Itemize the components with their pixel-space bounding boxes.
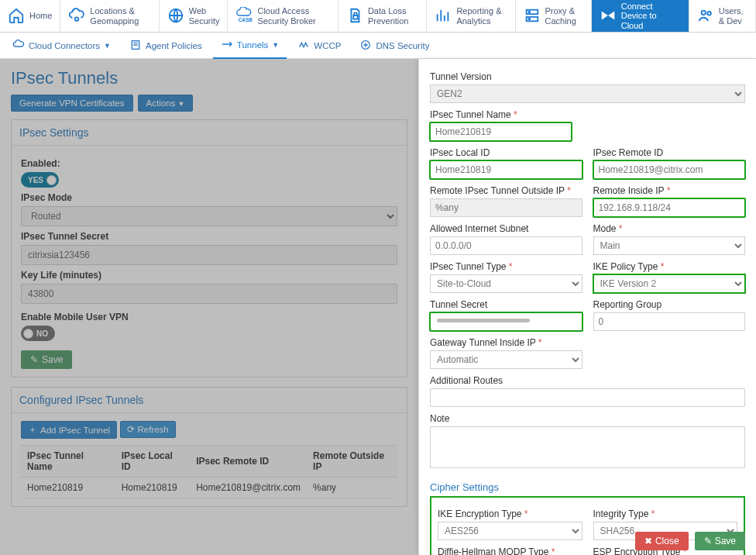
- ipsec-secret-input[interactable]: [21, 245, 397, 265]
- page-action-row: Generate VPN Certificates Actions ▼: [11, 95, 407, 112]
- svg-text:CASB: CASB: [239, 17, 253, 22]
- save-icon: ✎: [704, 536, 712, 546]
- add-tunnel-button[interactable]: ＋Add IPsec Tunnel: [21, 421, 117, 439]
- tunnel-name-input[interactable]: [430, 122, 572, 141]
- chart-icon: [435, 7, 452, 26]
- allowed-subnet-input[interactable]: [430, 236, 582, 255]
- remote-id-input[interactable]: [593, 160, 746, 179]
- ipsec-mode-label: IPsec Mode: [21, 192, 397, 203]
- svg-point-0: [75, 17, 79, 21]
- nav-dlp[interactable]: Data Loss Prevention: [338, 0, 428, 32]
- gw-inside-label: Gateway Tunnel Inside IP: [430, 337, 582, 348]
- enabled-label: Enabled:: [21, 158, 397, 169]
- nav-casb[interactable]: CASB Cloud Access Security Broker: [228, 0, 338, 32]
- actions-button[interactable]: Actions ▼: [138, 95, 194, 112]
- local-id-input[interactable]: [430, 160, 582, 179]
- caret-icon: ▼: [272, 41, 279, 49]
- document-lock-icon: [346, 7, 363, 26]
- cloud-pin-icon: [68, 7, 85, 26]
- mobile-vpn-toggle[interactable]: NO: [21, 326, 55, 341]
- tunnel-version-select[interactable]: GEN2: [430, 84, 745, 103]
- nav-dlp-label: Data Loss Prevention: [368, 6, 419, 25]
- nav-locations[interactable]: Locations & Geomapping: [60, 0, 159, 32]
- users-icon: [697, 7, 714, 26]
- save-form-button[interactable]: ✎Save: [695, 532, 745, 550]
- main-area: IPsec Tunnels Generate VPN Certificates …: [0, 59, 756, 555]
- wccp-icon: [297, 39, 310, 53]
- ike-policy-label: IKE Policy Type: [593, 261, 746, 272]
- ike-enc-label: IKE Encryption Type: [438, 508, 582, 519]
- page-title: IPsec Tunnels: [11, 68, 407, 88]
- cloud-connector-icon: [12, 39, 25, 53]
- nav-home[interactable]: Home: [0, 0, 60, 32]
- connect-icon: [600, 7, 617, 26]
- caret-icon: ▼: [177, 100, 184, 108]
- nav-reporting[interactable]: Reporting & Analytics: [427, 0, 515, 32]
- server-icon: [524, 7, 541, 26]
- subnav-wccp[interactable]: WCCP: [290, 33, 349, 59]
- mode-select[interactable]: Main: [593, 236, 746, 255]
- subnav-agent-policies[interactable]: Agent Policies: [122, 33, 210, 59]
- tunnel-form-panel: Tunnel Version GEN2 IPsec Tunnel Name IP…: [418, 59, 756, 555]
- remote-outside-input[interactable]: [430, 198, 582, 217]
- remote-outside-label: Remote IPsec Tunnel Outside IP: [430, 185, 582, 196]
- col-local-id[interactable]: IPsec Local ID: [115, 446, 191, 477]
- gw-inside-select[interactable]: Automatic: [430, 350, 582, 369]
- ike-enc-select[interactable]: AES256: [438, 522, 582, 540]
- refresh-icon: ⟳: [127, 424, 135, 435]
- nav-reporting-label: Reporting & Analytics: [456, 6, 507, 25]
- caret-icon: ▼: [104, 42, 111, 50]
- subnav-dns[interactable]: DNS Security: [352, 33, 437, 59]
- keylife-input[interactable]: [21, 284, 397, 304]
- subnav-wccp-label: WCCP: [314, 41, 341, 50]
- svg-rect-3: [353, 16, 358, 19]
- tunnels-table: IPsec Tunnel Name IPsec Local ID IPsec R…: [21, 445, 397, 498]
- nav-websecurity-label: Web Security: [189, 6, 220, 25]
- ipsec-settings-panel: IPsec Settings Enabled: YES IPsec Mode R…: [11, 119, 407, 377]
- col-outside[interactable]: Remote Outside IP: [307, 446, 397, 477]
- tunnel-secret-input[interactable]: [430, 312, 582, 331]
- reporting-group-input[interactable]: [593, 312, 746, 331]
- globe-icon: [167, 7, 184, 26]
- col-name[interactable]: IPsec Tunnel Name: [21, 446, 115, 477]
- subnav-cloud-connectors[interactable]: Cloud Connectors▼: [5, 33, 119, 59]
- refresh-button[interactable]: ⟳Refresh: [120, 421, 176, 438]
- svg-point-9: [707, 11, 711, 15]
- toggle-knob: [23, 329, 33, 339]
- save-icon: ✎: [30, 354, 38, 365]
- ipsec-secret-label: IPsec Tunnel Secret: [21, 231, 397, 242]
- note-label: Note: [430, 413, 745, 424]
- col-remote-id[interactable]: IPsec Remote ID: [190, 446, 307, 477]
- generate-vpn-button[interactable]: Generate VPN Certificates: [11, 95, 133, 112]
- nav-connect-device[interactable]: Connect Device to Cloud: [592, 0, 689, 32]
- additional-routes-label: Additional Routes: [430, 375, 745, 386]
- nav-home-label: Home: [29, 11, 52, 20]
- note-textarea[interactable]: [430, 426, 745, 468]
- plus-icon: ＋: [28, 424, 37, 436]
- enabled-toggle[interactable]: YES: [21, 172, 59, 188]
- nav-users[interactable]: Users, & Dev: [689, 0, 756, 32]
- dns-icon: [359, 39, 372, 53]
- close-button[interactable]: ✖Close: [635, 532, 689, 550]
- table-row[interactable]: Home210819 Home210819 Home210819@citrix.…: [21, 477, 397, 498]
- svg-point-7: [528, 18, 530, 19]
- ipsec-mode-select[interactable]: Routed: [21, 206, 397, 226]
- subnav-connectors-label: Cloud Connectors: [29, 41, 100, 50]
- additional-routes-input[interactable]: [430, 388, 745, 407]
- nav-connect-label: Connect Device to Cloud: [621, 2, 681, 29]
- tunnel-version-label: Tunnel Version: [430, 71, 745, 82]
- subnav-tunnels-label: Tunnels: [237, 40, 269, 50]
- subnav-dns-label: DNS Security: [376, 41, 429, 50]
- ike-policy-select[interactable]: IKE Version 2: [593, 274, 746, 293]
- nav-proxy-label: Proxy & Caching: [545, 6, 583, 25]
- subnav-agent-label: Agent Policies: [146, 41, 202, 50]
- ipsec-settings-header: IPsec Settings: [12, 120, 407, 146]
- nav-websecurity[interactable]: Web Security: [160, 0, 229, 32]
- tunnel-type-select[interactable]: Site-to-Cloud: [430, 274, 582, 293]
- nav-proxy[interactable]: Proxy & Caching: [516, 0, 592, 32]
- subnav-tunnels[interactable]: Tunnels▼: [213, 33, 287, 59]
- close-icon: ✖: [644, 536, 652, 546]
- remote-inside-input[interactable]: [593, 198, 746, 217]
- save-settings-button[interactable]: ✎Save: [21, 350, 72, 369]
- local-id-label: IPsec Local ID: [430, 147, 582, 158]
